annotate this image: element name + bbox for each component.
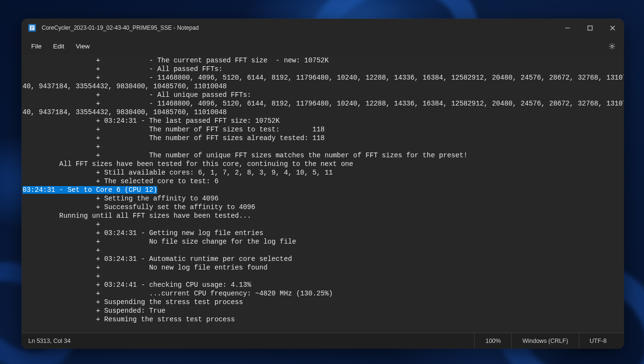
log-line: + The number of unique FFT sizes matches…: [23, 152, 468, 159]
menu-edit[interactable]: Edit: [47, 40, 70, 53]
settings-button[interactable]: [604, 38, 620, 54]
titlebar[interactable]: CoreCycler_2023-01-19_02-43-40_PRIME95_S…: [22, 19, 624, 37]
log-line: + No file size change for the log file: [23, 238, 296, 246]
cursor-position: Ln 5313, Col 34: [28, 338, 474, 344]
log-line: + 03:24:31 - The last passed FFT size: 1…: [23, 117, 280, 125]
log-line: 40, 9437184, 33554432, 9830400, 10485760…: [23, 108, 227, 116]
log-line: + Setting the affinity to 4096: [23, 195, 219, 202]
log-line: + Suspending the stress test process: [23, 298, 243, 306]
log-line: + - All unique passed FFTs:: [23, 91, 251, 99]
log-line: All FFT sizes have been tested for this …: [23, 160, 353, 168]
maximize-button[interactable]: [579, 19, 601, 37]
log-line: + Suspended: True: [23, 307, 165, 315]
log-line: + Successfully set the affinity to 4096: [23, 203, 255, 211]
window-title: CoreCycler_2023-01-19_02-43-40_PRIME95_S…: [42, 24, 556, 31]
menubar: File Edit View: [22, 37, 624, 55]
notepad-window: CoreCycler_2023-01-19_02-43-40_PRIME95_S…: [22, 19, 624, 349]
log-line: +: [23, 247, 104, 254]
log-line: +: [23, 143, 104, 151]
svg-point-8: [611, 45, 613, 47]
window-controls: [556, 19, 624, 37]
log-line: + 03:24:41 - checking CPU usage: 4.13%: [23, 281, 251, 289]
svg-rect-5: [588, 26, 592, 30]
log-line: + - 11468800, 4096, 5120, 6144, 8192, 11…: [23, 100, 624, 107]
log-line: + No new log file entries found: [23, 264, 268, 271]
log-line: + - The current passed FFT size - new: 1…: [23, 57, 329, 64]
gear-icon: [608, 42, 616, 50]
log-line: + The number of FFT sizes already tested…: [23, 134, 325, 142]
document-content[interactable]: + - The current passed FFT size - new: 1…: [23, 56, 624, 324]
encoding[interactable]: UTF-8: [579, 333, 617, 349]
close-button[interactable]: [601, 19, 624, 37]
text-editor[interactable]: + - The current passed FFT size - new: 1…: [22, 55, 624, 333]
log-line: +: [23, 272, 104, 280]
log-line: + Resuming the stress test process: [23, 316, 235, 323]
log-line: Running until all FFT sizes have been te…: [23, 212, 251, 220]
log-line: + 03:24:31 - Automatic runtime per core …: [23, 255, 292, 263]
zoom-level[interactable]: 100%: [474, 333, 511, 349]
selected-text: 03:24:31 - Set to Core 6 (CPU 12): [23, 186, 157, 194]
log-line: + - All passed FFTs:: [23, 65, 222, 73]
log-line: + - 11468800, 4096, 5120, 6144, 8192, 11…: [23, 74, 624, 82]
menu-view[interactable]: View: [70, 40, 95, 53]
log-line: + 03:24:31 - Getting new log file entrie…: [23, 229, 263, 237]
notepad-icon: [28, 24, 36, 32]
log-line: + ...current CPU frequency: ~4820 MHz (1…: [23, 290, 333, 297]
statusbar: Ln 5313, Col 34 100% Windows (CRLF) UTF-…: [22, 333, 624, 349]
menu-file[interactable]: File: [25, 40, 47, 53]
log-line: +: [23, 221, 104, 228]
minimize-button[interactable]: [556, 19, 579, 37]
log-line: + The selected core to test: 6: [23, 177, 219, 185]
line-ending[interactable]: Windows (CRLF): [511, 333, 578, 349]
log-line: 40, 9437184, 33554432, 9830400, 10485760…: [23, 82, 227, 90]
log-line: + Still available cores: 6, 1, 7, 2, 8, …: [23, 169, 333, 176]
log-line: + The number of FFT sizes to test: 118: [23, 126, 325, 133]
